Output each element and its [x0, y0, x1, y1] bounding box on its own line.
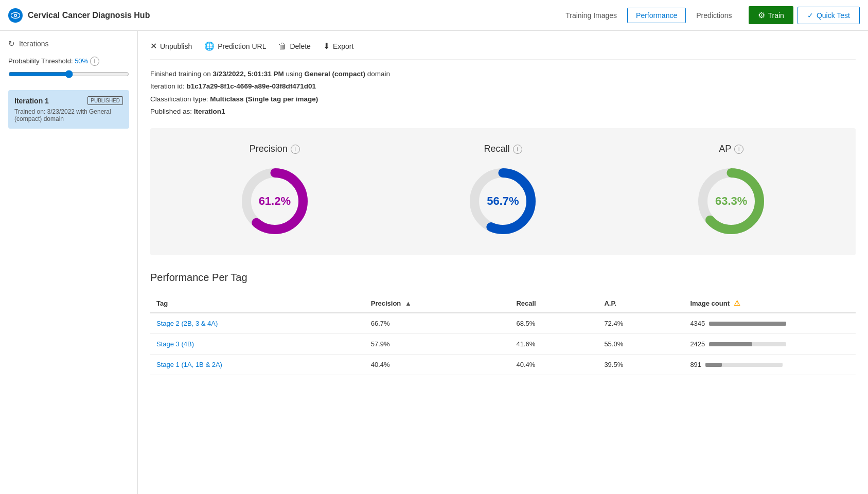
cell-recall: 68.5% [510, 313, 598, 334]
perf-table: Tag Precision ▲ Recall A.P. Image count … [150, 294, 856, 375]
metric-card-recall: Recall i 56.7% [464, 144, 541, 240]
cell-precision: 40.4% [365, 355, 510, 375]
sort-arrow: ▲ [405, 299, 412, 307]
metric-card-ap: AP i 63.3% [693, 144, 770, 240]
image-count-value: 4345 [690, 320, 705, 327]
cell-image-count: 4345 [684, 313, 856, 334]
cell-ap: 72.4% [598, 313, 684, 334]
tag-link[interactable]: Stage 1 (1A, 1B & 2A) [156, 361, 222, 368]
cell-recall: 41.6% [510, 334, 598, 355]
probability-label: Probability Threshold: 50% i [8, 57, 129, 66]
quick-test-button[interactable]: ✓ Quick Test [798, 7, 860, 24]
metric-title-recall: Recall i [484, 144, 522, 154]
cell-precision: 57.9% [365, 334, 510, 355]
export-button[interactable]: ⬇ Export [323, 39, 353, 53]
prediction-url-button[interactable]: 🌐 Prediction URL [204, 39, 266, 53]
image-count-bar-track [709, 322, 786, 326]
image-count-bar-track [705, 363, 783, 367]
col-recall[interactable]: Recall [510, 294, 598, 313]
info-line1: Finished training on 3/23/2022, 5:01:31 … [150, 68, 856, 80]
nav-training-images[interactable]: Training Images [557, 8, 625, 23]
metrics-area: Precision i 61.2% Recall i 56.7% [150, 128, 856, 255]
app-title: Cervical Cancer Diagnosis Hub [28, 11, 150, 20]
unpublish-button[interactable]: ✕ Unpublish [150, 39, 192, 53]
cell-tag: Stage 1 (1A, 1B & 2A) [150, 355, 365, 375]
col-ap[interactable]: A.P. [598, 294, 684, 313]
info-line2: Iteration id: b1c17a29-8f1c-4669-a89e-03… [150, 80, 856, 93]
table-row: Stage 1 (1A, 1B & 2A) 40.4% 40.4% 39.5% … [150, 355, 856, 375]
app-logo: Cervical Cancer Diagnosis Hub [8, 8, 150, 23]
recall-info-icon[interactable]: i [513, 145, 522, 154]
cell-image-count: 2425 [684, 334, 856, 355]
globe-icon: 🌐 [204, 41, 215, 51]
iteration-detail: Trained on: 3/23/2022 with General (comp… [14, 108, 123, 122]
image-count-value: 2425 [690, 340, 705, 348]
table-row: Stage 2 (2B, 3 & 4A) 66.7% 68.5% 72.4% 4… [150, 313, 856, 334]
image-count-bar-fill [709, 322, 786, 326]
donut-ap: 63.3% [693, 163, 770, 240]
tag-link[interactable]: Stage 3 (4B) [156, 340, 194, 348]
prob-info-icon[interactable]: i [90, 57, 99, 66]
table-header-row: Tag Precision ▲ Recall A.P. Image count … [150, 294, 856, 313]
main-layout: ↻ Iterations Probability Threshold: 50% … [0, 31, 868, 494]
col-precision[interactable]: Precision ▲ [365, 294, 510, 313]
gear-icon: ⚙ [758, 10, 765, 20]
toolbar: ✕ Unpublish 🌐 Prediction URL 🗑 Delete ⬇ … [150, 39, 856, 60]
nav-performance[interactable]: Performance [627, 8, 686, 23]
cell-precision: 66.7% [365, 313, 510, 334]
info-line4: Published as: Iteration1 [150, 105, 856, 118]
header: Cervical Cancer Diagnosis Hub Training I… [0, 0, 868, 31]
warning-icon: ⚠ [734, 299, 740, 307]
info-line3: Classification type: Multiclass (Single … [150, 93, 856, 105]
check-icon: ✓ [807, 11, 813, 20]
col-image-count[interactable]: Image count ⚠ [684, 294, 856, 313]
header-nav: Training Images Performance Predictions [557, 8, 740, 23]
svg-point-2 [15, 14, 16, 16]
iterations-icon: ↻ [8, 39, 15, 48]
col-tag[interactable]: Tag [150, 294, 365, 313]
cell-tag: Stage 2 (2B, 3 & 4A) [150, 313, 365, 334]
iteration-name: Iteration 1 [14, 97, 49, 105]
perf-per-tag-title: Performance Per Tag [150, 272, 856, 284]
tag-link[interactable]: Stage 2 (2B, 3 & 4A) [156, 320, 218, 327]
train-button[interactable]: ⚙ Train [749, 6, 793, 24]
cell-image-count: 891 [684, 355, 856, 375]
image-count-value: 891 [690, 361, 701, 368]
training-info: Finished training on 3/23/2022, 5:01:31 … [150, 68, 856, 118]
donut-value-recall: 56.7% [487, 195, 519, 208]
export-icon: ⬇ [323, 41, 330, 51]
metric-title-ap: AP i [719, 144, 743, 154]
cell-recall: 40.4% [510, 355, 598, 375]
published-badge: PUBLISHED [87, 96, 123, 105]
ap-info-icon[interactable]: i [734, 145, 743, 154]
cell-tag: Stage 3 (4B) [150, 334, 365, 355]
main-content: ✕ Unpublish 🌐 Prediction URL 🗑 Delete ⬇ … [138, 31, 868, 494]
metric-card-precision: Precision i 61.2% [236, 144, 313, 240]
donut-value-ap: 63.3% [715, 195, 747, 208]
iteration-card[interactable]: Iteration 1 PUBLISHED Trained on: 3/23/2… [8, 90, 129, 129]
donut-precision: 61.2% [236, 163, 313, 240]
donut-value-precision: 61.2% [259, 195, 291, 208]
image-count-bar-track [709, 342, 786, 346]
delete-button[interactable]: 🗑 Delete [278, 40, 310, 53]
precision-info-icon[interactable]: i [291, 145, 300, 154]
cell-ap: 55.0% [598, 334, 684, 355]
perf-per-tag-section: Performance Per Tag Tag Precision ▲ Reca… [150, 272, 856, 375]
logo-icon [8, 8, 23, 23]
donut-recall: 56.7% [464, 163, 541, 240]
metric-title-precision: Precision i [250, 144, 300, 154]
image-count-bar-fill [709, 342, 752, 346]
nav-predictions[interactable]: Predictions [688, 8, 740, 23]
sidebar: ↻ Iterations Probability Threshold: 50% … [0, 31, 138, 494]
iterations-label: Iterations [19, 40, 49, 48]
iterations-section: ↻ Iterations [8, 39, 129, 48]
iteration-header: Iteration 1 PUBLISHED [14, 96, 123, 105]
x-icon: ✕ [150, 41, 157, 51]
probability-slider[interactable] [8, 70, 129, 78]
table-row: Stage 3 (4B) 57.9% 41.6% 55.0% 2425 [150, 334, 856, 355]
trash-icon: 🗑 [278, 42, 287, 51]
image-count-bar-fill [705, 363, 722, 367]
cell-ap: 39.5% [598, 355, 684, 375]
slider-container [8, 70, 129, 80]
probability-value: 50% [75, 57, 88, 65]
